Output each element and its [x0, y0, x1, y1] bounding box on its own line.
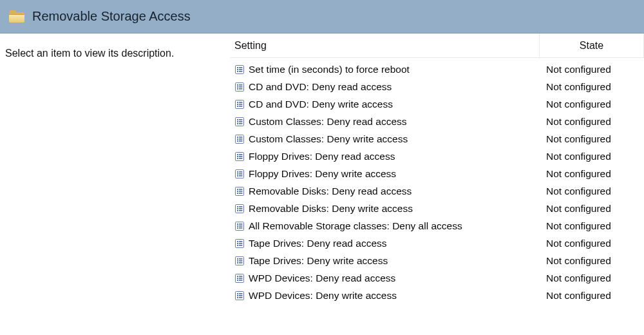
svg-rect-9 [239, 84, 243, 85]
svg-rect-97 [239, 297, 243, 298]
description-pane: Select an item to view its description. [0, 34, 231, 335]
content-body: Select an item to view its description. … [0, 34, 644, 335]
svg-rect-79 [239, 258, 243, 259]
svg-rect-41 [239, 158, 243, 158]
policy-setting-icon [234, 204, 245, 214]
setting-cell: Tape Drives: Deny read access [231, 238, 540, 249]
setting-name: Custom Classes: Deny read access [249, 116, 407, 128]
setting-row[interactable]: WPD Devices: Deny read accessNot configu… [231, 269, 644, 287]
svg-point-33 [237, 140, 238, 141]
setting-name: CD and DVD: Deny read access [249, 81, 392, 93]
svg-point-31 [237, 138, 238, 139]
svg-point-82 [237, 262, 238, 263]
column-headers: Setting State [231, 34, 644, 58]
svg-point-73 [237, 242, 238, 244]
column-header-setting[interactable]: Setting [231, 34, 540, 57]
setting-cell: Floppy Drives: Deny read access [231, 151, 540, 162]
svg-point-68 [237, 227, 238, 228]
setting-row[interactable]: All Removable Storage classes: Deny all … [231, 217, 644, 235]
svg-rect-4 [239, 69, 243, 70]
policy-setting-icon [234, 256, 245, 266]
setting-name: WPD Devices: Deny write access [249, 290, 397, 302]
svg-rect-93 [239, 293, 243, 294]
setting-row[interactable]: Set time (in seconds) to force rebootNot… [231, 61, 644, 78]
setting-row[interactable]: Custom Classes: Deny read accessNot conf… [231, 113, 644, 130]
svg-point-3 [237, 68, 238, 70]
svg-point-85 [237, 275, 238, 276]
policy-setting-icon [234, 82, 245, 92]
svg-rect-30 [239, 137, 243, 137]
description-prompt: Select an item to view its description. [5, 48, 174, 59]
setting-cell: All Removable Storage classes: Deny all … [231, 220, 540, 232]
policy-setting-icon [234, 151, 245, 162]
setting-name: Removable Disks: Deny read access [249, 186, 412, 197]
setting-row[interactable]: Tape Drives: Deny write accessNot config… [231, 252, 644, 269]
setting-cell: CD and DVD: Deny write access [231, 99, 540, 110]
policy-setting-icon [234, 64, 245, 75]
setting-row[interactable]: Floppy Drives: Deny read accessNot confi… [231, 148, 644, 165]
svg-point-45 [237, 173, 238, 174]
svg-rect-20 [239, 106, 243, 106]
settings-rows: Set time (in seconds) to force rebootNot… [231, 58, 644, 335]
svg-rect-34 [239, 140, 243, 141]
svg-rect-37 [239, 154, 243, 155]
setting-state: Not configured [540, 220, 644, 232]
policy-setting-icon [234, 169, 245, 179]
svg-point-26 [237, 122, 238, 124]
policy-setting-icon [234, 99, 245, 110]
setting-cell: Custom Classes: Deny write access [231, 133, 540, 145]
setting-cell: CD and DVD: Deny read access [231, 81, 540, 93]
setting-row[interactable]: WPD Devices: Deny write accessNot config… [231, 287, 644, 304]
svg-point-5 [237, 70, 238, 72]
svg-rect-83 [239, 262, 243, 263]
svg-point-87 [237, 277, 238, 278]
svg-rect-76 [239, 245, 243, 245]
setting-name: Tape Drives: Deny write access [249, 255, 388, 267]
svg-point-43 [237, 171, 238, 172]
setting-state: Not configured [540, 99, 644, 110]
svg-point-15 [237, 101, 238, 102]
setting-name: CD and DVD: Deny write access [249, 99, 393, 110]
setting-cell: Set time (in seconds) to force reboot [231, 64, 540, 75]
setting-cell: Custom Classes: Deny read access [231, 116, 540, 128]
setting-name: All Removable Storage classes: Deny all … [249, 220, 462, 232]
svg-point-8 [237, 84, 238, 85]
setting-name: WPD Devices: Deny read access [249, 273, 395, 284]
setting-row[interactable]: Custom Classes: Deny write accessNot con… [231, 130, 644, 148]
setting-cell: WPD Devices: Deny read access [231, 273, 540, 284]
svg-point-94 [237, 294, 238, 296]
svg-point-50 [237, 188, 238, 189]
svg-point-29 [237, 136, 238, 137]
policy-setting-icon [234, 273, 245, 283]
setting-cell: Tape Drives: Deny write access [231, 255, 540, 267]
setting-row[interactable]: CD and DVD: Deny write accessNot configu… [231, 95, 644, 113]
column-header-state[interactable]: State [540, 34, 644, 57]
setting-state: Not configured [540, 186, 644, 197]
svg-point-38 [237, 155, 238, 157]
policy-setting-icon [234, 186, 245, 196]
svg-rect-27 [239, 123, 243, 124]
svg-rect-16 [239, 102, 243, 102]
setting-row[interactable]: Removable Disks: Deny write accessNot co… [231, 200, 644, 217]
setting-row[interactable]: CD and DVD: Deny read accessNot configur… [231, 78, 644, 95]
setting-cell: Floppy Drives: Deny write access [231, 168, 540, 180]
setting-cell: Removable Disks: Deny read access [231, 186, 540, 197]
setting-state: Not configured [540, 203, 644, 215]
svg-point-1 [237, 66, 238, 68]
svg-point-78 [237, 258, 238, 259]
svg-point-92 [237, 292, 238, 294]
svg-point-22 [237, 119, 238, 120]
svg-point-17 [237, 103, 238, 104]
svg-rect-67 [239, 225, 243, 226]
setting-row[interactable]: Removable Disks: Deny read accessNot con… [231, 182, 644, 200]
svg-rect-86 [239, 276, 243, 276]
settings-list-pane: Setting State Set time (in seconds) to f… [231, 34, 644, 335]
setting-row[interactable]: Tape Drives: Deny read accessNot configu… [231, 235, 644, 252]
setting-row[interactable]: Floppy Drives: Deny write accessNot conf… [231, 165, 644, 182]
svg-rect-2 [239, 67, 243, 68]
setting-cell: Removable Disks: Deny write access [231, 203, 540, 215]
setting-state: Not configured [540, 255, 644, 267]
svg-point-10 [237, 86, 238, 87]
svg-point-54 [237, 192, 238, 193]
setting-state: Not configured [540, 133, 644, 145]
